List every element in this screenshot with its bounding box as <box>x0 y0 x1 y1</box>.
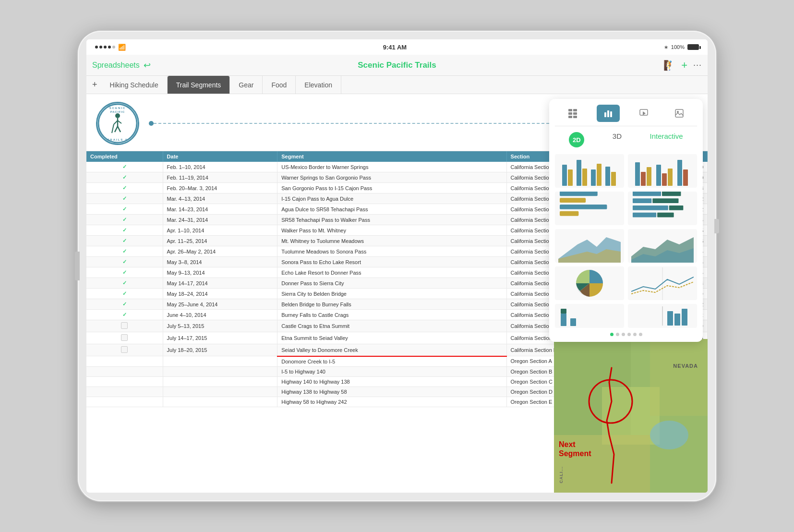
svg-rect-32 <box>568 169 573 186</box>
chart-tab-bar[interactable] <box>597 105 620 122</box>
completed-cell[interactable]: ✓ <box>86 204 163 215</box>
completed-cell[interactable] <box>86 376 163 387</box>
chart-dot-4[interactable] <box>627 333 631 336</box>
date-cell: Apr. 26–May 2, 2014 <box>163 246 277 257</box>
completed-cell[interactable]: ✓ <box>86 236 163 246</box>
add-tab-button[interactable]: + <box>88 80 101 90</box>
svg-rect-49 <box>560 205 607 209</box>
chart-thumb-line-bar[interactable] <box>628 304 697 328</box>
completed-cell[interactable]: ✓ <box>86 267 163 278</box>
chart-pagination-dots <box>555 333 697 336</box>
completed-cell[interactable]: ✓ <box>86 162 163 172</box>
svg-rect-26 <box>610 111 612 117</box>
chart-dot-5[interactable] <box>633 333 637 336</box>
date-cell: July 14–17, 2015 <box>163 332 277 344</box>
completed-cell[interactable] <box>86 356 163 367</box>
svg-rect-25 <box>607 110 609 117</box>
svg-rect-21 <box>573 112 577 115</box>
completed-cell[interactable] <box>86 366 163 376</box>
tab-hiking-schedule[interactable]: Hiking Schedule <box>101 76 168 94</box>
chart-dot-6[interactable] <box>639 333 642 336</box>
spreadsheets-back-button[interactable]: Spreadsheets <box>92 61 140 70</box>
chart-tab-media[interactable] <box>632 105 655 122</box>
tab-food[interactable]: Food <box>263 76 296 94</box>
chart-thumb-hbar[interactable] <box>555 192 624 225</box>
svg-rect-40 <box>641 172 646 186</box>
segment-cell: Castle Crags to Etna Summit <box>277 320 506 332</box>
completed-cell[interactable] <box>86 332 163 344</box>
completed-cell[interactable]: ✓ <box>86 278 163 289</box>
map-background: NEVADA CALI... Next Segment <box>554 339 708 493</box>
chart-dot-1[interactable] <box>610 333 614 336</box>
tab-gear[interactable]: Gear <box>230 76 263 94</box>
svg-rect-62 <box>561 309 566 314</box>
svg-rect-53 <box>633 198 651 203</box>
wifi-icon: 📶 <box>118 44 126 51</box>
completed-cell[interactable] <box>86 320 163 332</box>
svg-point-16 <box>650 421 688 449</box>
chart-thumb-pie[interactable] <box>555 266 624 300</box>
chart-thumb-grouped-bar[interactable] <box>555 154 624 188</box>
undo-button[interactable]: ↩ <box>144 60 151 71</box>
tab-trail-segments[interactable]: Trail Segments <box>168 76 230 94</box>
power-button[interactable] <box>714 219 719 233</box>
date-cell <box>163 387 277 397</box>
chart-dot-3[interactable] <box>622 333 625 336</box>
svg-rect-37 <box>605 167 610 186</box>
chart-interactive-tab[interactable]: Interactive <box>650 132 683 147</box>
chart-tab-table[interactable] <box>561 105 584 122</box>
chart-thumb-line[interactable] <box>628 266 697 300</box>
more-options-button[interactable]: ··· <box>693 60 702 70</box>
chart-panel[interactable]: 2D 3D Interactive <box>549 99 703 342</box>
completed-cell[interactable]: ✓ <box>86 299 163 310</box>
segment-cell: Highway 58 to Highway 242 <box>277 397 506 407</box>
date-cell: Apr. 11–25, 2014 <box>163 236 277 246</box>
chart-thumbnails-grid <box>555 154 697 328</box>
svg-rect-48 <box>560 198 586 203</box>
chart-type-tabs <box>555 105 697 126</box>
chart-thumb-hbar-stacked[interactable] <box>628 192 697 225</box>
segment-cell: SR58 Tehachapi Pass to Walker Pass <box>277 215 506 225</box>
add-sheet-button[interactable]: + <box>681 59 687 72</box>
completed-cell[interactable]: ✓ <box>86 183 163 193</box>
completed-cell[interactable]: ✓ <box>86 289 163 299</box>
chart-thumb-area[interactable] <box>555 229 624 263</box>
tab-elevation[interactable]: Elevation <box>296 76 341 94</box>
segment-cell: San Gorgonio Pass to I-15 Cajon Pass <box>277 183 506 193</box>
completed-cell[interactable]: ✓ <box>86 193 163 204</box>
svg-rect-14 <box>650 339 708 416</box>
chart-thumb-grouped-bar-2[interactable] <box>628 154 697 188</box>
completed-cell[interactable]: ✓ <box>86 246 163 257</box>
segment-cell: Donomore Creek to I-5 <box>277 356 506 367</box>
svg-rect-50 <box>560 211 578 216</box>
completed-cell[interactable] <box>86 344 163 356</box>
svg-rect-51 <box>633 192 661 196</box>
completed-cell[interactable] <box>86 387 163 397</box>
chart-tab-image[interactable] <box>668 105 691 122</box>
svg-rect-31 <box>562 165 567 186</box>
svg-rect-23 <box>573 116 577 118</box>
chart-3d-tab[interactable]: 3D <box>613 132 622 147</box>
svg-point-1 <box>115 113 120 118</box>
completed-cell[interactable]: ✓ <box>86 225 163 236</box>
volume-button[interactable] <box>75 252 80 280</box>
tab-bar: + Hiking Schedule Trail Segments Gear Fo… <box>86 76 708 94</box>
hiker-icon[interactable]: 🧗 <box>663 60 675 71</box>
svg-rect-20 <box>568 112 572 115</box>
svg-rect-33 <box>577 160 581 186</box>
segment-cell: Belden Bridge to Burney Falls <box>277 299 506 310</box>
date-cell: July 18–20, 2015 <box>163 344 277 356</box>
chart-thumb-area-2[interactable] <box>628 229 697 263</box>
completed-cell[interactable]: ✓ <box>86 257 163 267</box>
svg-rect-24 <box>604 112 606 117</box>
completed-cell[interactable]: ✓ <box>86 215 163 225</box>
completed-cell[interactable]: ✓ <box>86 310 163 320</box>
completed-cell[interactable]: ✓ <box>86 172 163 183</box>
battery-icon <box>687 44 699 50</box>
chart-thumb-step[interactable] <box>555 304 624 328</box>
completed-cell[interactable] <box>86 397 163 407</box>
svg-rect-34 <box>582 169 587 186</box>
chart-2d-tab[interactable]: 2D <box>569 132 584 147</box>
chart-dot-2[interactable] <box>616 333 619 336</box>
svg-rect-45 <box>677 160 682 186</box>
